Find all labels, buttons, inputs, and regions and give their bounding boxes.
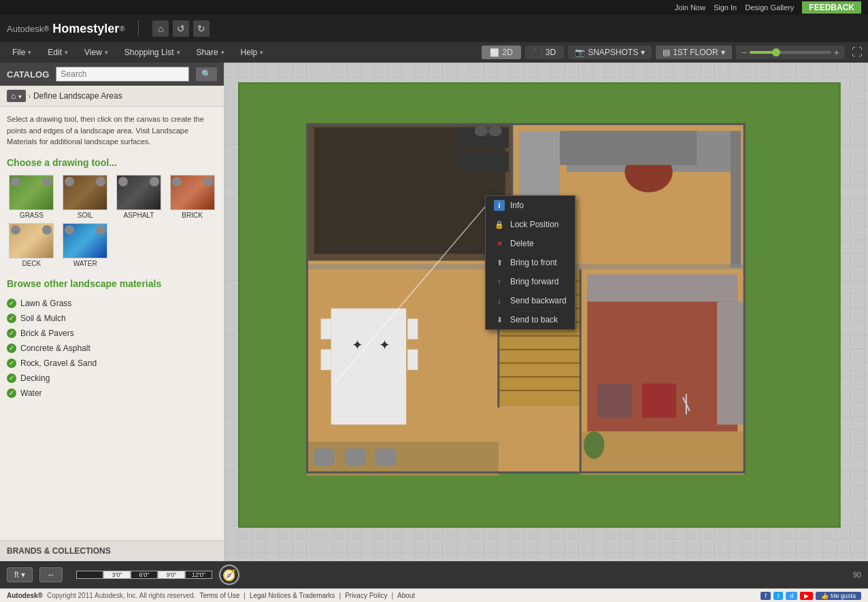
view-3d-button[interactable]: ⬛ 3D [525,46,564,59]
material-item-water[interactable]: WATER [61,223,110,267]
soil-corner-tr-icon [96,177,105,186]
delicious-button[interactable]: d [786,592,797,600]
menu-edit[interactable]: Edit ▾ [41,45,75,60]
menu-view[interactable]: View ▾ [78,45,115,60]
browse-item-water[interactable]: ✓ Water [7,386,217,401]
catalog-title: CATALOG [7,69,49,80]
decking-list-icon: ✓ [7,373,16,383]
zoom-slider[interactable] [750,51,831,54]
footer-sep-3: | [391,592,393,599]
ctx-bring-forward[interactable]: ↑ Bring forward [486,272,575,291]
footer-social: f t d ▶ 👍 Me gusta [761,592,861,600]
ctx-send-to-back[interactable]: ⬇ Send to back [486,310,575,329]
redo-button[interactable]: ↻ [193,20,210,37]
menu-file[interactable]: File ▾ [5,45,38,60]
snapshots-button[interactable]: 📷 SNAPSHOTS ▾ [568,46,652,59]
undo-button[interactable]: ↺ [173,20,189,37]
unit-button[interactable]: ft ▾ [7,567,33,582]
compass-button[interactable]: 🧭 [219,565,239,585]
menu-share[interactable]: Share ▾ [190,45,231,60]
view-controls: ⬜ 2D ⬛ 3D 📷 SNAPSHOTS ▾ ▤ 1ST FLOOR ▾ − … [482,46,863,59]
design-gallery-link[interactable]: Design Gallery [745,3,794,12]
ctx-lock-position[interactable]: 🔒 Lock Position [486,215,575,234]
rock-list-icon: ✓ [7,358,16,368]
breadcrumb-separator: › [29,93,31,100]
scale-bar: 3'0" 6'0" 9'0" 12'0" [76,571,212,579]
browse-item-decking[interactable]: ✓ Decking [7,371,217,386]
toolbar-icons: ⌂ ↺ ↻ [152,20,210,37]
edit-arrow-icon: ▾ [65,49,68,56]
scale-segment-3: 9'0" [158,571,185,579]
legal-link[interactable]: Legal Notices & Trademarks [250,592,335,599]
catalog-search-input[interactable] [56,67,189,82]
fullscreen-button[interactable]: ⛶ [852,46,863,58]
material-item-soil[interactable]: SOIL [61,175,110,219]
ctx-delete-label: Delete [510,239,534,248]
like-button[interactable]: 👍 Me gusta [816,592,861,600]
logo: Autodesk® Homestyler® [7,22,124,36]
scale-segment-4: 12'0" [185,571,212,579]
sidebar-content: Select a drawing tool, then click on the… [0,107,224,407]
brick-thumbnail [170,175,215,210]
canvas-area[interactable]: ✦ ✦ [224,63,868,561]
breadcrumb-current: Define Landscape Areas [33,91,122,101]
privacy-link[interactable]: Privacy Policy [345,592,387,599]
water-corner-tr-icon [96,225,105,235]
breadcrumb: ⌂ ▾ › Define Landscape Areas [0,86,224,107]
terms-link[interactable]: Terms of Use [199,592,239,599]
browse-item-brick[interactable]: ✓ Brick & Pavers [7,326,217,341]
shopping-arrow-icon: ▾ [177,49,180,56]
twitter-button[interactable]: t [773,592,784,600]
top-bar: Join Now Sign In Design Gallery FEEDBACK [0,0,868,15]
browse-title: Browse other landscape materials [7,278,217,289]
zoom-in-icon[interactable]: + [834,47,839,58]
browse-item-soil[interactable]: ✓ Soil & Mulch [7,311,217,326]
feedback-button[interactable]: FEEDBACK [802,1,861,14]
catalog-search-button[interactable]: 🔍 [196,67,217,81]
sign-in-link[interactable]: Sign In [714,3,737,12]
ctx-bring-forward-label: Bring forward [510,277,558,286]
browse-list: ✓ Lawn & Grass ✓ Soil & Mulch ✓ Brick & … [7,296,217,401]
facebook-button[interactable]: f [761,592,771,600]
scale-segment-1: 3'0" [103,571,131,579]
ctx-delete[interactable]: ✕ Delete [486,234,575,253]
menu-shopping-list[interactable]: Shopping List ▾ [118,45,187,60]
floor-icon: ▤ [663,48,670,57]
browse-item-lawn[interactable]: ✓ Lawn & Grass [7,296,217,311]
soil-list-icon: ✓ [7,314,16,323]
ctx-info-label: Info [510,201,524,210]
menu-help[interactable]: Help ▾ [234,45,271,60]
ctx-lock-label: Lock Position [510,220,558,229]
home-button[interactable]: ⌂ [152,20,169,37]
floor-button[interactable]: ▤ 1ST FLOOR ▾ [656,46,731,59]
material-item-deck[interactable]: DECK [7,223,56,267]
measure-button[interactable]: ↔ [39,567,63,582]
deck-label: DECK [22,260,41,267]
breadcrumb-home-button[interactable]: ⌂ ▾ [7,90,26,102]
delete-icon: ✕ [494,238,505,249]
autodesk-text: Autodesk [7,24,44,34]
grass-corner-tr-icon [42,177,52,186]
scale-label-6: 6'0" [139,571,150,578]
material-item-brick[interactable]: BRICK [167,175,217,219]
ctx-bring-to-front[interactable]: ⬆ Bring to front [486,253,575,272]
catalog-header: CATALOG 🔍 [0,63,224,86]
join-now-link[interactable]: Join Now [675,3,705,12]
menu-bar: File ▾ Edit ▾ View ▾ Shopping List ▾ Sha… [0,42,868,63]
grass-label: GRASS [20,212,44,219]
ctx-send-backward[interactable]: ↓ Send backward [486,291,575,310]
ctx-info[interactable]: i Info [486,196,575,215]
browse-item-rock[interactable]: ✓ Rock, Gravel & Sand [7,356,217,371]
concrete-list-icon: ✓ [7,344,16,353]
browse-item-concrete[interactable]: ✓ Concrete & Asphalt [7,341,217,356]
asphalt-thumbnail [116,175,161,210]
material-item-grass[interactable]: GRASS [7,175,56,219]
deck-corner-icon [11,225,20,235]
youtube-button[interactable]: ▶ [800,592,813,600]
ctx-send-to-back-label: Send to back [510,315,558,324]
view-2d-button[interactable]: ⬜ 2D [482,46,520,59]
about-link[interactable]: About [397,592,415,599]
sidebar: CATALOG 🔍 ⌂ ▾ › Define Landscape Areas S… [0,63,224,561]
material-item-asphalt[interactable]: ASPHALT [114,175,164,219]
zoom-out-icon[interactable]: − [741,47,747,58]
